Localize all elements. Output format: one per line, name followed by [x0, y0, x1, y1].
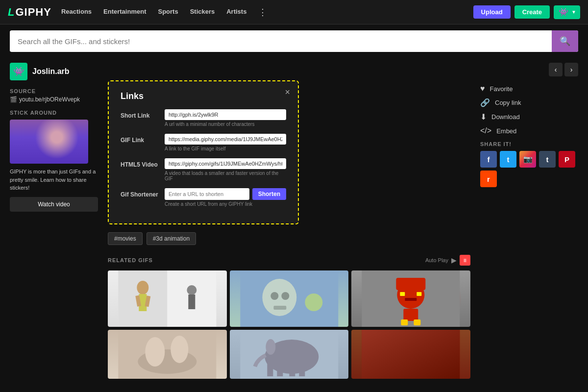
- pause-button[interactable]: ⏸: [460, 255, 470, 266]
- main-content: 👾 Joslin.arb SOURCE 🎬 youtu.be/rjbOReWve…: [0, 58, 588, 384]
- svg-rect-20: [405, 298, 417, 301]
- search-input[interactable]: [10, 31, 552, 51]
- svg-rect-21: [404, 309, 418, 321]
- gif-link-label: GIF Link: [121, 134, 160, 144]
- gif-thumb-4[interactable]: [108, 330, 227, 379]
- next-arrow-button[interactable]: ›: [564, 63, 578, 76]
- tag-movies[interactable]: #movies: [108, 232, 143, 245]
- svg-point-14: [305, 294, 322, 311]
- share-tumblr-button[interactable]: t: [539, 151, 556, 168]
- svg-rect-32: [267, 359, 273, 376]
- download-action[interactable]: ⬇ Download: [480, 112, 578, 122]
- create-button[interactable]: Create: [514, 5, 550, 19]
- svg-point-10: [262, 279, 296, 316]
- html5-link-row: HTML5 Video A video that loads a smaller…: [121, 158, 286, 181]
- link-copy-icon: 🔗: [480, 98, 490, 107]
- html5-link-hint: A video that loads a smaller and faster …: [165, 171, 286, 181]
- shortener-field-wrap: Shorten Create a short URL from any GIPH…: [165, 188, 286, 207]
- source-link[interactable]: 🎬 youtu.be/rjbOReWvepk: [10, 96, 98, 103]
- share-instagram-button[interactable]: 📷: [519, 151, 536, 168]
- source-section: SOURCE 🎬 youtu.be/rjbOReWvepk: [10, 88, 98, 103]
- svg-point-31: [266, 339, 275, 355]
- svg-rect-8: [188, 294, 195, 309]
- svg-point-7: [187, 285, 196, 295]
- gif-thumb-1[interactable]: [108, 270, 227, 327]
- svg-rect-18: [400, 292, 405, 296]
- search-bar: 🔍: [10, 30, 578, 52]
- nav-arrows: ‹ ›: [480, 63, 578, 76]
- logo-bracket: L: [8, 6, 14, 19]
- links-modal: Links × Short Link A url with a minimal …: [108, 80, 299, 224]
- nav-item-sports[interactable]: Sports: [158, 6, 178, 18]
- tag-3d-animation[interactable]: #3d animation: [147, 232, 196, 245]
- upload-button[interactable]: Upload: [473, 5, 511, 19]
- autoplay-controls: Auto Play ▶ ⏸: [425, 255, 470, 266]
- stick-around-label: STICK AROUND: [10, 110, 98, 116]
- logo-text: GIPHY: [15, 6, 51, 19]
- nav-item-entertainment[interactable]: Entertainment: [103, 6, 146, 18]
- logo[interactable]: L GIPHY: [8, 6, 51, 19]
- sidebar-description: GIPHY is more than just GIFs and a prett…: [10, 168, 98, 192]
- shortener-label: Gif Shortener: [121, 188, 160, 198]
- svg-point-26: [145, 337, 165, 367]
- favorite-action[interactable]: ♥ Favorite: [480, 84, 578, 93]
- play-button[interactable]: ▶: [451, 256, 457, 264]
- source-label: SOURCE: [10, 88, 98, 94]
- gif-link-hint: A link to the GIF image itself: [165, 146, 286, 151]
- svg-point-11: [270, 292, 278, 300]
- gif-thumb-2[interactable]: [230, 270, 349, 327]
- prev-arrow-button[interactable]: ‹: [549, 63, 563, 76]
- link-icon: 🎬: [10, 96, 17, 103]
- gif-thumb-3[interactable]: [351, 270, 470, 327]
- autoplay-label: Auto Play: [425, 257, 448, 263]
- source-url: youtu.be/rjbOReWvepk: [19, 96, 80, 103]
- download-label: Download: [491, 113, 520, 121]
- heart-icon: ♥: [480, 84, 485, 93]
- short-link-field-wrap: A url with a minimal number of character…: [165, 109, 286, 127]
- profile-section: 👾 Joslin.arb: [10, 63, 98, 80]
- header: L GIPHY Reactions Entertainment Sports S…: [0, 0, 588, 24]
- nav-more-icon[interactable]: ⋮: [258, 7, 267, 18]
- watch-video-button[interactable]: Watch video: [10, 197, 98, 212]
- profile-avatar: 👾: [10, 63, 27, 80]
- gif-link-input[interactable]: [165, 134, 286, 145]
- right-panel: ‹ › ♥ Favorite 🔗 Copy link ⬇ Download </…: [480, 63, 578, 379]
- related-title: RELATED GIFS: [108, 257, 153, 263]
- related-section: RELATED GIFS Auto Play ▶ ⏸: [108, 255, 470, 379]
- svg-rect-19: [417, 292, 422, 296]
- modal-close-button[interactable]: ×: [285, 87, 290, 98]
- sidebar: 👾 Joslin.arb SOURCE 🎬 youtu.be/rjbOReWve…: [10, 63, 98, 379]
- gif-link-row: GIF Link A link to the GIF image itself: [121, 134, 286, 151]
- shortener-input[interactable]: [165, 188, 249, 200]
- profile-name: Joslin.arb: [32, 67, 70, 76]
- short-link-input[interactable]: [165, 109, 286, 120]
- shortener-hint: Create a short URL from any GIPHY link: [165, 201, 286, 207]
- html5-link-input[interactable]: [165, 158, 286, 169]
- share-facebook-button[interactable]: f: [480, 151, 497, 168]
- search-button[interactable]: 🔍: [552, 30, 578, 52]
- gifs-grid-row2: [108, 330, 470, 379]
- embed-action[interactable]: </> Embed: [480, 126, 578, 135]
- copy-link-action[interactable]: 🔗 Copy link: [480, 98, 578, 107]
- html5-link-field-wrap: A video that loads a smaller and faster …: [165, 158, 286, 181]
- svg-rect-35: [299, 362, 305, 376]
- share-buttons: f t 📷 t P r: [480, 151, 578, 187]
- shortener-inputs: Shorten: [165, 188, 286, 200]
- short-link-label: Short Link: [121, 109, 160, 119]
- gif-thumb-5[interactable]: [230, 330, 349, 379]
- header-actions: Upload Create 👾 ▼: [473, 5, 580, 19]
- avatar-button[interactable]: 👾 ▼: [554, 5, 580, 19]
- gifs-grid-row1: [108, 270, 470, 327]
- share-twitter-button[interactable]: t: [500, 151, 516, 168]
- shorten-button[interactable]: Shorten: [252, 188, 286, 200]
- share-reddit-button[interactable]: r: [480, 171, 497, 187]
- share-pinterest-button[interactable]: P: [559, 151, 575, 168]
- tags-section: #movies #3d animation: [108, 232, 470, 245]
- gif-thumb-6[interactable]: [351, 330, 470, 379]
- embed-icon: </>: [480, 126, 491, 135]
- nav-item-reactions[interactable]: Reactions: [61, 6, 92, 18]
- nav-item-artists[interactable]: Artists: [226, 6, 246, 18]
- stick-around-thumbnail[interactable]: [10, 120, 88, 164]
- nav-item-stickers[interactable]: Stickers: [190, 6, 215, 18]
- svg-rect-13: [273, 306, 286, 310]
